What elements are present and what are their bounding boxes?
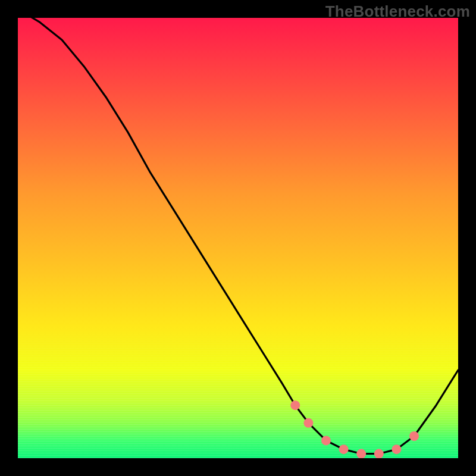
- marker-point: [374, 449, 384, 458]
- marker-point: [339, 444, 349, 454]
- marker-point: [303, 418, 313, 428]
- marker-point: [290, 400, 300, 410]
- watermark-text: TheBottleneck.com: [325, 2, 470, 21]
- marker-point: [409, 431, 419, 441]
- marker-point: [392, 444, 401, 454]
- plot-area: [18, 18, 458, 458]
- marker-point: [321, 436, 331, 445]
- marker-group: [290, 400, 419, 458]
- bottleneck-curve: [18, 18, 458, 454]
- marker-point: [356, 449, 366, 458]
- curve-svg: [18, 18, 458, 458]
- chart-frame: TheBottleneck.com: [0, 0, 476, 476]
